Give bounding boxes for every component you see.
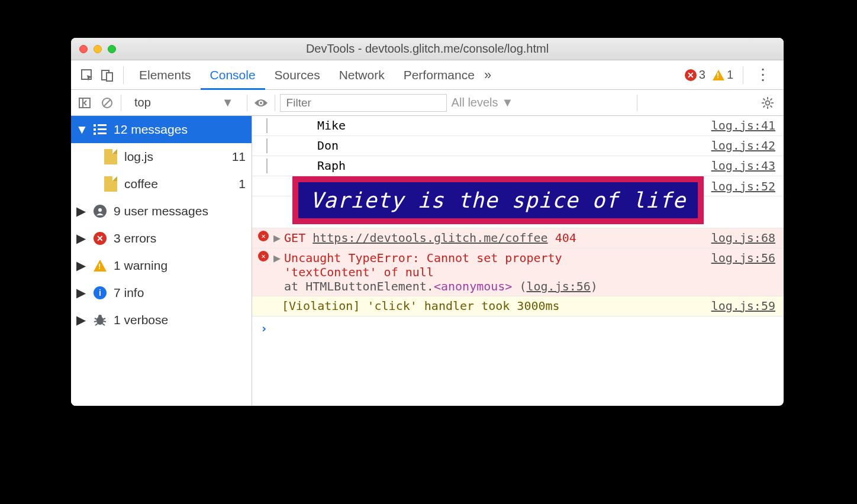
dropdown-icon: ▼ [222, 96, 234, 109]
file-icon [104, 176, 117, 192]
svg-line-14 [763, 98, 765, 100]
svg-line-15 [770, 105, 772, 107]
styled-log-text: Variety is the spice of life [292, 176, 704, 224]
svg-line-17 [770, 98, 772, 100]
list-icon [94, 124, 107, 135]
bug-icon [94, 314, 107, 327]
type-error-row[interactable]: ✕ ▶ Uncaught TypeError: Cannot set prope… [252, 248, 784, 296]
more-menu-button[interactable]: ⋮ [749, 66, 778, 84]
svg-point-8 [260, 102, 262, 104]
dropdown-icon: ▼ [502, 96, 514, 109]
sidebar-verbose[interactable]: ▶ 1 verbose [71, 306, 252, 334]
error-icon: ✕ [258, 251, 269, 261]
error-icon: ✕ [685, 69, 697, 81]
source-link[interactable]: log.js:59 [704, 299, 775, 313]
violation-row[interactable]: [Violation] 'click' handler took 3000ms … [252, 296, 784, 316]
titlebar: DevTools - devtools.glitch.me/console/lo… [71, 38, 784, 60]
tab-console[interactable]: Console [201, 60, 265, 90]
svg-point-9 [765, 101, 769, 105]
tabs-overflow-button[interactable]: » [484, 67, 491, 83]
disclosure-right-icon: ▶ [76, 286, 86, 300]
warning-icon [94, 260, 107, 272]
file-icon [104, 149, 117, 164]
error-icon: ✕ [258, 231, 269, 241]
user-icon [94, 205, 107, 218]
svg-line-23 [94, 321, 96, 322]
warning-count-badge[interactable]: 1 [713, 68, 733, 82]
disclosure-right-icon: ▶ [76, 259, 86, 273]
info-icon: i [94, 286, 107, 299]
disclosure-right-icon: ▶ [76, 231, 86, 245]
sidebar-info[interactable]: ▶ i 7 info [71, 279, 252, 306]
sidebar-messages-group[interactable]: ▼ 12 messages [71, 116, 252, 143]
svg-line-26 [102, 324, 105, 325]
svg-line-24 [104, 321, 106, 322]
device-toolbar-icon[interactable] [97, 65, 117, 85]
error-count-badge[interactable]: ✕ 3 [685, 68, 705, 82]
source-link[interactable]: log.js:43 [704, 159, 775, 173]
devtools-tabstrip: Elements Console Sources Network Perform… [71, 60, 784, 90]
tab-network[interactable]: Network [330, 60, 394, 90]
log-row[interactable]: Mike log.js:41 [252, 116, 784, 136]
console-body: ▼ 12 messages log.js 11 coffee 1 ▶ 9 use… [71, 116, 784, 406]
source-link[interactable]: log.js:56 [704, 251, 775, 265]
disclosure-right-icon: ▶ [76, 204, 86, 218]
sidebar-errors[interactable]: ▶ ✕ 3 errors [71, 225, 252, 252]
log-levels-selector[interactable]: All levels ▼ [452, 96, 514, 109]
inspect-element-icon[interactable] [77, 65, 97, 85]
toggle-sidebar-icon[interactable] [76, 94, 94, 112]
svg-point-20 [98, 315, 102, 318]
filter-input[interactable] [280, 94, 447, 112]
sidebar-file-coffee[interactable]: coffee 1 [71, 170, 252, 198]
devtools-window: DevTools - devtools.glitch.me/console/lo… [71, 38, 784, 406]
error-icon: ✕ [94, 232, 107, 245]
sidebar-user-messages[interactable]: ▶ 9 user messages [71, 198, 252, 225]
expand-icon[interactable]: ▶ [273, 231, 281, 245]
console-log-area: Mike log.js:41 Don log.js:42 Raph log.js… [252, 116, 784, 406]
disclosure-right-icon: ▶ [76, 313, 86, 327]
tab-sources[interactable]: Sources [265, 60, 330, 90]
tab-elements[interactable]: Elements [130, 60, 201, 90]
svg-line-25 [95, 324, 98, 325]
svg-line-21 [95, 318, 97, 319]
svg-line-22 [103, 318, 105, 319]
network-error-row[interactable]: ✕ ▶ GET https://devtools.glitch.me/coffe… [252, 228, 784, 248]
source-link[interactable]: log.js:42 [704, 138, 775, 153]
svg-rect-2 [107, 73, 112, 81]
console-prompt[interactable]: › [252, 316, 784, 340]
source-link[interactable]: log.js:52 [704, 179, 775, 193]
clear-console-icon[interactable] [98, 94, 116, 112]
source-link[interactable]: log.js:68 [704, 231, 775, 245]
window-title: DevTools - devtools.glitch.me/console/lo… [71, 42, 784, 56]
source-link[interactable]: log.js:41 [704, 118, 775, 133]
log-row[interactable]: Don log.js:42 [252, 136, 784, 156]
live-expression-icon[interactable] [252, 94, 270, 112]
svg-point-18 [98, 208, 102, 212]
console-toolbar: top ▼ All levels ▼ [71, 90, 784, 116]
log-row[interactable]: Raph log.js:43 [252, 156, 784, 176]
svg-line-6 [104, 99, 111, 106]
console-sidebar: ▼ 12 messages log.js 11 coffee 1 ▶ 9 use… [71, 116, 252, 406]
expand-icon[interactable]: ▶ [273, 251, 281, 265]
sidebar-warnings[interactable]: ▶ 1 warning [71, 252, 252, 279]
disclosure-down-icon: ▼ [76, 122, 86, 137]
context-selector[interactable]: top ▼ [126, 96, 242, 109]
console-settings-icon[interactable] [761, 96, 779, 109]
svg-line-16 [763, 105, 765, 107]
sidebar-file-logjs[interactable]: log.js 11 [71, 143, 252, 170]
tab-performance[interactable]: Performance [394, 60, 484, 90]
warning-icon [713, 70, 724, 80]
